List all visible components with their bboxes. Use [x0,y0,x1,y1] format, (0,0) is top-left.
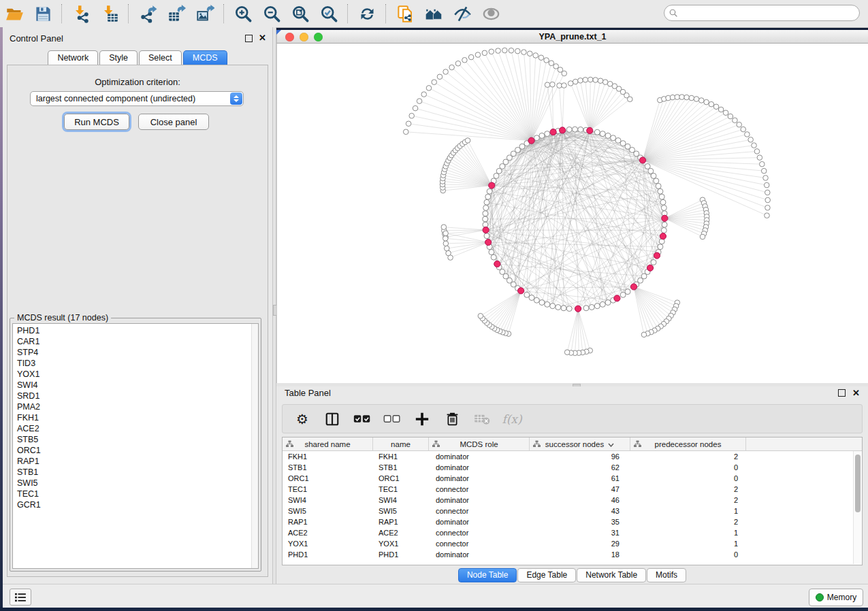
network-node[interactable] [659,194,664,199]
tab-edge-table[interactable]: Edge Table [517,568,576,582]
network-node[interactable] [583,78,588,83]
network-node[interactable] [620,292,626,297]
network-node[interactable] [761,168,767,174]
network-node[interactable] [684,95,690,100]
network-node[interactable] [656,183,661,188]
network-node[interactable] [641,332,647,337]
network-node[interactable] [432,80,437,85]
table-row[interactable]: TEC1TEC1connector472 [283,484,862,495]
network-node[interactable] [441,225,447,230]
deselect-all-rows-icon[interactable] [383,410,401,428]
network-node[interactable] [566,127,572,132]
network-node[interactable] [534,135,539,141]
network-node[interactable] [698,98,704,103]
table-row[interactable]: ORC1ORC1dominator610 [283,473,862,484]
refresh-view-button[interactable] [355,3,379,24]
network-node[interactable] [745,132,750,137]
zoom-fit-button[interactable] [289,3,312,24]
network-node[interactable] [527,51,532,56]
tab-network-table[interactable]: Network Table [577,568,646,582]
network-node[interactable] [484,199,489,205]
create-column-icon[interactable] [413,410,431,428]
mcds-hub-node[interactable] [630,284,637,290]
select-all-rows-icon[interactable] [353,410,371,428]
network-node[interactable] [651,260,656,265]
network-node[interactable] [679,95,685,100]
mcds-hub-node[interactable] [614,295,620,301]
network-node[interactable] [421,92,427,97]
table-row[interactable]: YOX1YOX1connector291 [283,538,862,549]
mcds-hub-node[interactable] [660,233,666,240]
table-row[interactable]: ACE2ACE2connector311 [283,527,862,538]
mcds-hub-node[interactable] [639,157,645,163]
mcds-hub-node[interactable] [528,137,534,144]
hide-graphics-details-button[interactable] [451,3,474,24]
table-row[interactable]: RAP1RAP1dominator352 [283,516,862,527]
network-node[interactable] [524,292,530,297]
show-graphics-details-button[interactable] [479,3,502,24]
network-canvas[interactable] [276,44,868,383]
network-node[interactable] [600,301,605,307]
network-node[interactable] [465,138,470,144]
network-node[interactable] [509,48,514,53]
network-node[interactable] [491,254,496,260]
network-node[interactable] [709,101,714,107]
network-node[interactable] [478,314,483,319]
network-node[interactable] [489,250,494,255]
network-node[interactable] [605,300,611,306]
column-header-predecessor-nodes[interactable]: predecessor nodes [630,437,746,450]
network-node[interactable] [413,105,418,111]
mcds-hub-node[interactable] [647,265,653,271]
network-node[interactable] [583,306,589,311]
mcds-hub-node[interactable] [483,227,489,233]
network-node[interactable] [600,131,605,137]
network-node[interactable] [515,48,521,54]
network-node[interactable] [443,236,448,242]
network-node[interactable] [443,69,449,75]
delete-column-icon[interactable] [443,410,461,428]
network-node[interactable] [752,143,757,148]
import-network-button[interactable] [69,3,93,24]
network-node[interactable] [409,113,415,118]
network-node[interactable] [533,53,539,59]
mcds-hub-node[interactable] [494,261,500,267]
mcds-hub-node[interactable] [550,129,556,135]
column-header-successor-nodes[interactable]: successor nodes [530,437,630,450]
network-node[interactable] [545,131,550,137]
network-node[interactable] [748,137,754,143]
optimization-dropdown[interactable]: largest connected component (undirected) [30,91,244,106]
network-node[interactable] [446,250,451,256]
table-row[interactable]: FKH1FKH1dominator962 [283,451,862,462]
tab-network[interactable]: Network [48,50,98,65]
network-node[interactable] [578,78,583,84]
table-row[interactable]: SWI5SWI5connector431 [283,506,862,516]
export-network-button[interactable] [136,3,159,24]
network-node[interactable] [578,127,583,132]
network-node[interactable] [562,83,567,88]
network-node[interactable] [598,78,603,84]
network-node[interactable] [561,306,566,311]
network-node[interactable] [482,50,487,56]
table-settings-icon[interactable]: ⚙ [293,410,311,428]
network-node[interactable] [496,48,501,54]
table-scrollbar-thumb[interactable] [855,455,861,512]
network-node[interactable] [556,305,561,310]
mcds-hub-node[interactable] [662,215,668,221]
float-panel-icon[interactable] [838,389,846,397]
save-session-button[interactable] [31,3,54,24]
network-window-titlebar[interactable]: YPA_prune.txt_1 [276,30,868,44]
close-panel-icon[interactable]: ✕ [852,390,860,397]
network-node[interactable] [594,303,600,309]
tab-node-table[interactable]: Node Table [458,568,517,582]
network-node[interactable] [737,122,742,127]
export-table-button[interactable] [165,3,188,24]
network-node[interactable] [764,182,769,188]
float-panel-icon[interactable] [245,35,253,42]
network-node[interactable] [733,118,738,123]
network-node[interactable] [615,137,621,143]
network-node[interactable] [529,295,534,301]
clone-network-button[interactable] [393,3,417,24]
network-node[interactable] [760,161,765,167]
network-node[interactable] [765,213,770,218]
network-node[interactable] [568,81,573,86]
